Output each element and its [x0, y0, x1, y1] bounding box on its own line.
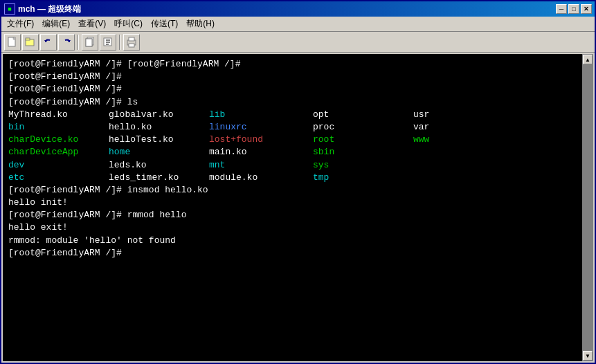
menu-transfer[interactable]: 传送(T): [147, 17, 182, 31]
menu-file[interactable]: 文件(F): [3, 17, 38, 31]
window-title: mch — 超级终端: [18, 3, 556, 15]
svg-rect-15: [129, 44, 134, 47]
terminal-line: [root@FriendlyARM /]#: [8, 83, 577, 95]
terminal-line: [root@FriendlyARM /]#: [8, 247, 577, 260]
terminal-line: dev leds.ko mnt sys: [8, 159, 577, 172]
toolbar-copy1[interactable]: [82, 34, 98, 51]
menu-call[interactable]: 呼叫(C): [110, 17, 147, 31]
toolbar-print[interactable]: [123, 34, 140, 51]
main-window: ■ mch — 超级终端 ─ □ ✕ 文件(F) 编辑(E) 查看(V) 呼叫(…: [0, 0, 596, 364]
toolbar-new[interactable]: [4, 34, 21, 51]
title-bar: ■ mch — 超级终端 ─ □ ✕: [1, 1, 595, 17]
window-controls: ─ □ ✕: [556, 4, 592, 14]
svg-rect-8: [86, 39, 92, 46]
terminal-line: [root@FriendlyARM /]#: [8, 71, 577, 83]
terminal-line: [root@FriendlyARM /]# ls: [8, 96, 577, 109]
terminal-line: bin hello.ko linuxrc proc var: [8, 121, 577, 134]
terminal-line: etc leds_timer.ko module.ko tmp: [8, 172, 577, 184]
scroll-up-button[interactable]: ▲: [583, 55, 593, 64]
toolbar-copy2[interactable]: [100, 34, 116, 51]
terminal[interactable]: [root@FriendlyARM /]# [root@FriendlyARM …: [3, 54, 582, 361]
terminal-container: [root@FriendlyARM /]# [root@FriendlyARM …: [1, 53, 595, 363]
svg-rect-14: [129, 37, 134, 41]
toolbar-open[interactable]: [22, 34, 39, 51]
toolbar-sep-1: [78, 35, 79, 50]
terminal-line: rmmod: module 'hello' not found: [8, 235, 577, 247]
scroll-track[interactable]: [583, 64, 593, 351]
minimize-button[interactable]: ─: [556, 4, 567, 14]
terminal-line: [root@FriendlyARM /]# [root@FriendlyARM …: [8, 58, 577, 71]
terminal-line: [root@FriendlyARM /]# insmod hello.ko: [8, 184, 577, 197]
menu-edit[interactable]: 编辑(E): [38, 17, 74, 31]
toolbar: [1, 32, 595, 53]
toolbar-redo[interactable]: [58, 34, 75, 51]
maximize-button[interactable]: □: [568, 4, 579, 14]
terminal-line: MyThread.ko globalvar.ko lib opt usr: [8, 109, 577, 121]
terminal-line: hello exit!: [8, 221, 577, 234]
terminal-line: hello init!: [8, 197, 577, 209]
close-button[interactable]: ✕: [581, 4, 592, 14]
svg-rect-3: [26, 38, 30, 40]
terminal-line: charDevice.ko helloTest.ko lost+found ro…: [8, 134, 577, 146]
scrollbar[interactable]: ▲ ▼: [582, 54, 593, 361]
menu-help[interactable]: 帮助(H): [182, 17, 219, 31]
app-icon: ■: [4, 3, 15, 15]
toolbar-undo[interactable]: [40, 34, 57, 51]
menu-view[interactable]: 查看(V): [74, 17, 110, 31]
toolbar-sep-2: [119, 35, 120, 50]
menu-bar: 文件(F) 编辑(E) 查看(V) 呼叫(C) 传送(T) 帮助(H): [1, 17, 595, 32]
terminal-line: charDeviceApp home main.ko sbin: [8, 146, 577, 158]
terminal-line: [root@FriendlyARM /]# rmmod hello: [8, 209, 577, 221]
scroll-down-button[interactable]: ▼: [583, 351, 593, 361]
